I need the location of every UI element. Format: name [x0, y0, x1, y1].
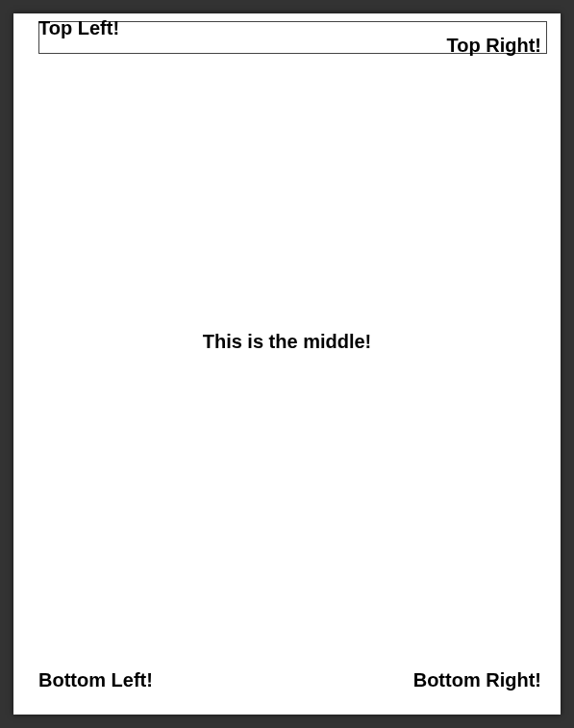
middle-text: This is the middle!: [13, 331, 561, 353]
top-right-text: Top Right!: [447, 35, 541, 57]
top-left-text: Top Left!: [38, 17, 119, 39]
bottom-left-text: Bottom Left!: [38, 669, 153, 691]
bottom-right-text: Bottom Right!: [413, 669, 541, 691]
document-page: Top Left! Top Right! This is the middle!…: [13, 13, 561, 715]
pdf-viewer-frame: Top Left! Top Right! This is the middle!…: [0, 0, 574, 728]
